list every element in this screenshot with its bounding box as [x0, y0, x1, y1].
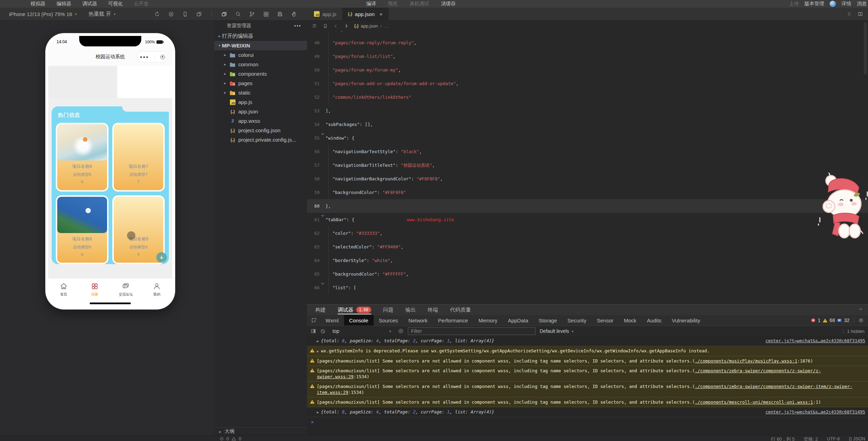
devtools-tab-performance[interactable]: Performance — [433, 315, 473, 326]
expand-arrow-icon[interactable]: ▶ — [317, 339, 319, 343]
statusbar-item[interactable]: 行 60，列 5 — [771, 436, 795, 441]
devtools-tab-appdata[interactable]: AppData — [503, 315, 533, 326]
back-icon[interactable] — [333, 23, 338, 29]
list-icon[interactable] — [312, 23, 317, 29]
issue-counts[interactable]: 16832 — [811, 317, 868, 323]
hidden-count[interactable]: 1 hidden — [843, 329, 865, 334]
tree-item-[interactable]: ▸打开的编辑器 — [214, 31, 307, 41]
console-row-warn[interactable]: [pages/zhaomuzixun/list] Some selectors … — [307, 397, 868, 407]
grab-icon[interactable] — [846, 11, 852, 17]
console-log-area[interactable]: center.js?t=wechat&s…ae2c4330c68f31495▶{… — [307, 336, 868, 435]
eye-icon[interactable] — [398, 328, 404, 334]
grid-icon[interactable] — [263, 11, 269, 17]
menu-item-1[interactable]: 编辑器 — [57, 1, 71, 7]
tree-item-static[interactable]: ▸static — [214, 88, 307, 97]
code-area[interactable]: 47"pages/forum-detail/forum-detail",48"p… — [307, 31, 868, 304]
devtools-tab-memory[interactable]: Memory — [473, 315, 502, 326]
devtools-tab-security[interactable]: Security — [562, 315, 592, 326]
devtools-tab-audits[interactable]: Audits — [642, 315, 667, 326]
debugger-tab-4[interactable]: 终端 — [428, 305, 438, 315]
context-selector[interactable]: top▾ — [330, 328, 394, 334]
rotate-icon[interactable] — [154, 11, 160, 17]
tree-item-app.js[interactable]: JSapp.js — [214, 97, 307, 107]
inspect-icon[interactable] — [307, 317, 320, 323]
scrollbar[interactable] — [864, 22, 867, 75]
gear-icon[interactable] — [858, 317, 864, 323]
debugger-tab-5[interactable]: 代码质量 — [450, 305, 471, 315]
devtools-tab-wxml[interactable]: Wxml — [320, 315, 344, 326]
dock-panel-icon[interactable] — [310, 328, 316, 334]
record-icon[interactable] — [168, 11, 174, 17]
console-row-warn[interactable]: [pages/zhaomuzixun/list] Some selectors … — [307, 366, 868, 382]
devtools-tab-mock[interactable]: Mock — [619, 315, 642, 326]
branch-icon[interactable] — [249, 11, 255, 17]
breadcrumb[interactable]: {..} app.json › … — [354, 23, 389, 29]
debugger-tab-3[interactable]: 输出 — [405, 305, 416, 315]
menu-item-0[interactable]: 上传 — [789, 1, 799, 7]
hot-reload-toggle[interactable]: 热重载 开 — [89, 11, 111, 17]
statusbar-item[interactable]: UTF-8 — [827, 436, 840, 441]
capsule-target-icon[interactable] — [160, 55, 165, 59]
log-level-selector[interactable]: Default levels▾ — [540, 328, 574, 334]
outline-section[interactable]: ▸ 大纲 — [214, 427, 307, 435]
forward-icon[interactable] — [344, 23, 349, 29]
search-icon[interactable] — [235, 11, 241, 17]
devtools-tab-sources[interactable]: Sources — [374, 315, 403, 326]
debugger-tab-0[interactable]: 构建 — [315, 305, 326, 315]
files-icon[interactable] — [221, 11, 227, 17]
tree-item-components[interactable]: ▸components — [214, 69, 307, 79]
menu-item-1[interactable]: 版本管理 — [805, 1, 824, 7]
tree-item-app.wxss[interactable]: 3app.wxss — [214, 116, 307, 126]
filter-input[interactable] — [408, 327, 536, 335]
phone-icon[interactable] — [182, 11, 188, 17]
close-icon[interactable]: × — [380, 11, 383, 17]
menu-item-1[interactable]: 预览 — [388, 1, 398, 7]
devtools-tab-console[interactable]: Console — [344, 315, 374, 326]
source-link[interactable]: center.js?t=wechat&s…ae2c4330c68f31495 — [765, 338, 865, 344]
project-card[interactable]: 项目名称8运动类型88 — [56, 123, 108, 192]
scroll-down-button[interactable] — [156, 252, 167, 263]
console-row-warn[interactable]: [pages/zhaomuzixun/list] Some selectors … — [307, 382, 868, 397]
project-card[interactable]: 项目名称6运动类型66 — [56, 195, 108, 264]
columns-icon[interactable] — [858, 11, 863, 17]
device-selector[interactable]: iPhone 12/13 (Pro) 75% 16 — [9, 11, 72, 17]
console-prompt[interactable]: > — [307, 417, 868, 426]
console-row-warn[interactable]: ▶wx.getSystemInfo is deprecated.Please u… — [307, 346, 868, 356]
windows-icon[interactable] — [196, 11, 202, 17]
fold-chevron-icon[interactable] — [320, 132, 325, 136]
console-row-log[interactable]: center.js?t=wechat&s…ae2c4330c68f31495▶{… — [307, 336, 868, 346]
tree-item-app.json[interactable]: {..}app.json — [214, 107, 307, 116]
statusbar-item[interactable]: 空格: 2 — [804, 436, 818, 441]
menu-item-2[interactable]: 详情 — [841, 1, 851, 7]
project-card[interactable]: 项目名称5运动类型55 — [112, 195, 165, 264]
more-dots-icon[interactable]: ●●● — [140, 55, 149, 59]
menu-item-0[interactable]: 模拟器 — [31, 1, 45, 7]
phone-tab-home[interactable]: 首页 — [48, 282, 79, 307]
capsule-menu[interactable]: ●●● — [137, 51, 168, 62]
debugger-tab-1[interactable]: 调试器1, 68 — [338, 305, 371, 315]
devtools-tab-vulnerability[interactable]: Vulnerability — [667, 315, 705, 326]
source-link[interactable]: ./components/mescroll-uni/mescroll-uni.w… — [695, 399, 813, 405]
devtools-tab-storage[interactable]: Storage — [533, 315, 562, 326]
tree-item-project.config.json[interactable]: {..}project.config.json — [214, 126, 307, 135]
menu-item-2[interactable]: 调试器 — [82, 1, 97, 7]
clear-console-icon[interactable] — [320, 329, 326, 334]
console-row-log[interactable]: center.js?t=wechat&s…ae2c4330c68f31495▶{… — [307, 407, 868, 417]
source-link[interactable]: ./components/musicPlay/musicPlay.wxss:1 — [695, 358, 798, 364]
collapse-panel-icon[interactable] — [858, 307, 863, 312]
save-icon[interactable] — [277, 11, 283, 17]
menu-item-0[interactable]: 编译 — [366, 1, 376, 7]
statusbar-item[interactable]: {} JSON — [849, 436, 865, 441]
tree-item-MP-WEIXIN[interactable]: ▾MP-WEIXIN — [214, 41, 307, 50]
expand-arrow-icon[interactable]: ▶ — [317, 349, 319, 353]
menu-item-3[interactable]: 消息 — [857, 1, 867, 7]
tab-app-json[interactable]: {..}app.json× — [342, 8, 389, 20]
tree-item-common[interactable]: ▸common — [214, 60, 307, 69]
tree-item-project.private.config.js...[interactable]: {..}project.private.config.js... — [214, 135, 307, 144]
source-link[interactable]: center.js?t=wechat&s…ae2c4330c68f31495 — [765, 409, 865, 415]
user-avatar[interactable] — [830, 1, 836, 7]
fold-chevron-icon[interactable] — [320, 213, 325, 218]
menu-item-3[interactable]: 可视化 — [108, 1, 123, 7]
menu-item-3[interactable]: 清缓存 — [441, 1, 456, 7]
bookmark-icon[interactable] — [323, 23, 328, 29]
